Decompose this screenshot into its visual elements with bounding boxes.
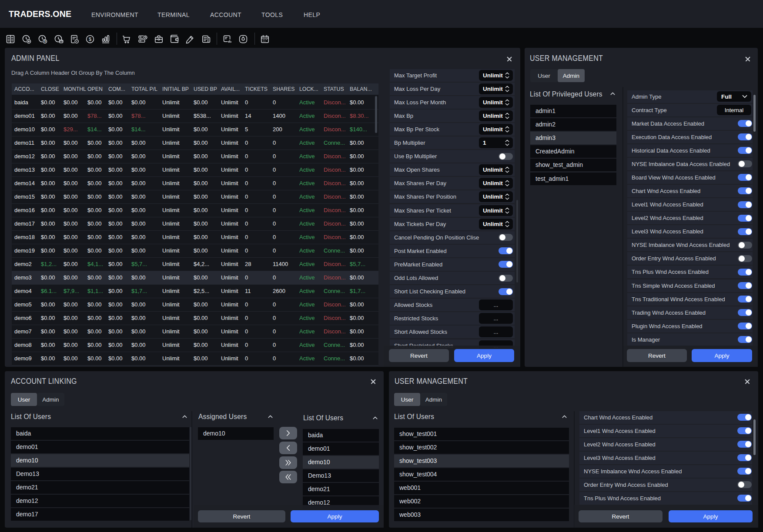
svg-text:$: $: [44, 40, 46, 43]
svg-text:$: $: [89, 37, 91, 42]
